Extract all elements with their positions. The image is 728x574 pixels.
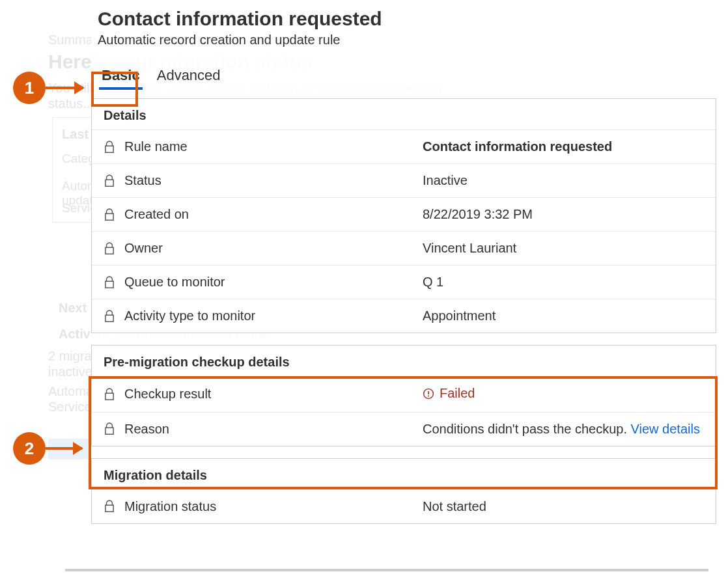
label-queue: Queue to monitor	[124, 275, 225, 290]
label-status: Status	[124, 173, 161, 188]
label-owner: Owner	[124, 241, 163, 256]
tab-advanced[interactable]: Advanced	[153, 64, 225, 89]
horizontal-scrollbar[interactable]	[65, 569, 708, 571]
lock-icon	[104, 422, 115, 435]
callout-arrow-1	[46, 87, 83, 89]
value-status: Inactive	[423, 173, 716, 188]
tab-basic[interactable]: Basic	[98, 64, 144, 89]
row-queue: Queue to monitor Q 1	[92, 265, 716, 299]
label-rule-name: Rule name	[124, 139, 188, 154]
row-activity-type: Activity type to monitor Appointment	[92, 299, 716, 333]
value-created-on: 8/22/2019 3:32 PM	[423, 207, 716, 222]
value-migration-status: Not started	[423, 499, 716, 514]
row-checkup-result: Checkup result Failed	[92, 376, 716, 412]
callout-arrow-2	[46, 447, 82, 450]
lock-icon	[104, 276, 115, 289]
svg-point-2	[428, 395, 429, 396]
label-migration-status: Migration status	[124, 499, 216, 514]
row-status: Status Inactive	[92, 163, 716, 197]
migration-card: Migration details Migration status Not s…	[91, 458, 716, 524]
details-card-title: Details	[104, 108, 716, 123]
lock-icon	[104, 208, 115, 221]
row-rule-name: Rule name Contact information requested	[92, 130, 716, 163]
bg-desc-line2: status...	[48, 96, 94, 111]
label-checkup-result: Checkup result	[124, 387, 211, 402]
value-checkup-result: Failed	[423, 386, 475, 401]
error-icon	[423, 388, 434, 400]
lock-icon	[104, 242, 115, 255]
lock-icon	[104, 310, 115, 323]
page-title: Contact information requested	[98, 8, 716, 30]
row-reason: Reason Conditions didn't pass the checku…	[92, 412, 716, 446]
checkup-card: Pre-migration checkup details Checkup re…	[91, 345, 716, 446]
label-activity-type: Activity type to monitor	[124, 308, 255, 323]
migration-card-title: Migration details	[104, 468, 716, 483]
value-rule-name: Contact information requested	[423, 139, 716, 154]
row-migration-status: Migration status Not started	[92, 489, 716, 523]
value-owner: Vincent Lauriant	[423, 241, 716, 256]
lock-icon	[104, 174, 115, 187]
checkup-result-text: Failed	[440, 386, 475, 401]
record-panel: Contact information requested Automatic …	[91, 8, 716, 524]
value-activity-type: Appointment	[423, 308, 716, 323]
label-created-on: Created on	[124, 207, 189, 222]
lock-icon	[104, 500, 115, 513]
view-details-link[interactable]: View details	[631, 422, 700, 436]
callout-badge-1: 1	[13, 72, 46, 104]
checkup-card-title: Pre-migration checkup details	[104, 355, 716, 370]
row-owner: Owner Vincent Lauriant	[92, 231, 716, 265]
callout-badge-2: 2	[13, 432, 46, 465]
lock-icon	[104, 388, 115, 401]
reason-text: Conditions didn't pass the checkup.	[423, 422, 631, 436]
value-reason: Conditions didn't pass the checkup. View…	[423, 422, 716, 437]
tabs: Basic Advanced	[98, 64, 716, 89]
details-card: Details Rule name Contact information re…	[91, 98, 716, 333]
page-subtitle: Automatic record creation and update rul…	[98, 33, 716, 48]
row-created-on: Created on 8/22/2019 3:32 PM	[92, 197, 716, 231]
label-reason: Reason	[124, 422, 169, 437]
value-queue: Q 1	[423, 275, 716, 290]
lock-icon	[104, 141, 115, 154]
